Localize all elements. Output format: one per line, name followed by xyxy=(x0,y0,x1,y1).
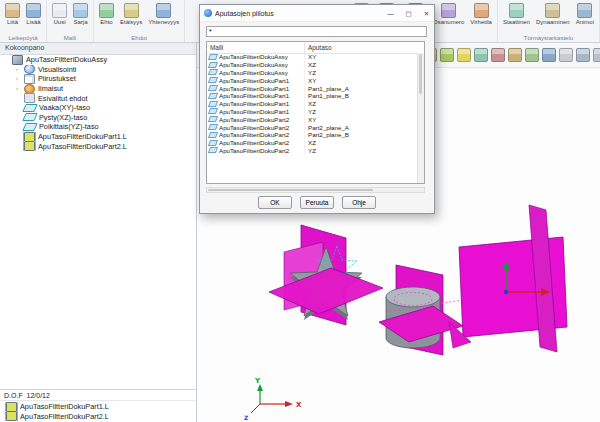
sensors-icon xyxy=(24,84,35,94)
vertical-scrollbar-thumb[interactable] xyxy=(419,54,422,94)
more-tools-icon[interactable] xyxy=(593,48,600,62)
plane-cell: Part1_plane_B xyxy=(305,92,349,99)
horizontal-scrollbar-thumb[interactable] xyxy=(208,189,373,191)
plane-cell: Part1_plane_A xyxy=(305,85,349,92)
plane-row[interactable]: ApuTasoFiltteriDokuPart1Part1_plane_B xyxy=(207,92,418,100)
plane-row[interactable]: ApuTasoFiltteriDokuPart2XY xyxy=(207,115,418,123)
coordinate-system-icon[interactable] xyxy=(457,48,471,62)
axis-y-label: Y xyxy=(254,377,261,385)
help-button[interactable]: Ohje xyxy=(342,196,376,209)
model-cell: ApuTasoFiltteriDokuAssy xyxy=(207,69,305,77)
sketch-visibility-icon[interactable] xyxy=(440,48,454,62)
model-name: ApuTasoFiltteriDokuPart2 xyxy=(219,124,289,131)
ribbon-group: UusiSarjaMalli xyxy=(47,0,94,42)
model-cell: ApuTasoFiltteriDokuPart1 xyxy=(207,108,305,116)
column-header-malli[interactable]: Malli xyxy=(207,42,305,53)
plane-row-icon xyxy=(208,77,218,83)
plane-row[interactable]: ApuTasoFiltteriDokuPart1XZ xyxy=(207,100,418,108)
distance-button[interactable]: Etäisyys xyxy=(118,2,144,26)
animate-button[interactable]: Animoi xyxy=(574,2,596,26)
pattern-icon xyxy=(73,3,88,18)
dialog-titlebar[interactable]: Aputasojen piilotus — ▢ ✕ xyxy=(200,5,434,22)
cancel-button[interactable]: Peruuta xyxy=(300,196,334,209)
model-cell: ApuTasoFiltteriDokuPart1 xyxy=(207,76,305,84)
tree-item-esivalitut-ehdot[interactable]: Esivalitut ehdot xyxy=(0,93,196,103)
window-layout-icon[interactable] xyxy=(559,48,573,62)
maximize-icon[interactable]: ▢ xyxy=(401,6,416,21)
plane-row[interactable]: ApuTasoFiltteriDokuPart1YZ xyxy=(207,108,418,116)
ribbon-button-label: Staattinen xyxy=(503,19,530,25)
add-part-button[interactable]: Lisää xyxy=(24,2,43,26)
minimize-icon[interactable]: — xyxy=(383,6,398,21)
plane-row[interactable]: ApuTasoFiltteriDokuPart2Part2_plane_A xyxy=(207,123,418,131)
part-icon xyxy=(6,402,17,412)
error-state-button[interactable]: Virhetila xyxy=(468,2,494,26)
plane-row[interactable]: ApuTasoFiltteriDokuAssyXY xyxy=(207,53,418,61)
new-icon xyxy=(52,3,67,18)
plane-row-icon xyxy=(208,93,218,99)
model-cell: ApuTasoFiltteriDokuPart2 xyxy=(207,147,305,155)
new-button[interactable]: Uusi xyxy=(50,2,69,26)
model-cell: ApuTasoFiltteriDokuPart2 xyxy=(207,123,305,131)
ribbon-group: EhtoEtäisyysYhtenevyysEhdot xyxy=(94,0,185,42)
tree-item-poikittais-yz-taso[interactable]: Poikittais(YZ)-taso xyxy=(0,122,196,132)
measure-icon[interactable] xyxy=(508,48,522,62)
column-header-aputaso[interactable]: Aputaso xyxy=(305,42,331,53)
horizontal-scrollbar[interactable] xyxy=(206,187,425,193)
tree-item-pysty-xz-taso[interactable]: Pysty(XZ)-taso xyxy=(0,113,196,123)
plane-row[interactable]: ApuTasoFiltteriDokuPart1XY xyxy=(207,76,418,84)
tree-item-vaaka-xy-taso[interactable]: Vaaka(XY)-taso xyxy=(0,103,196,113)
model-cell: ApuTasoFiltteriDokuAssy xyxy=(207,53,305,61)
plane-row[interactable]: ApuTasoFiltteriDokuPart2Part2_plane_B xyxy=(207,131,418,139)
model-cell: ApuTasoFiltteriDokuPart2 xyxy=(207,131,305,139)
plane-row-icon xyxy=(208,124,218,130)
plane-row[interactable]: ApuTasoFiltteriDokuAssyXZ xyxy=(207,61,418,69)
close-icon[interactable]: ✕ xyxy=(419,6,434,21)
tree-item-aputasofiltteridokupart2-l[interactable]: ApuTasoFiltteriDokuPart2.L xyxy=(0,141,196,151)
tree-item-aputasofiltteridokupart1-l[interactable]: ApuTasoFiltteriDokuPart1.L xyxy=(0,132,196,142)
coincidence-button[interactable]: Yhtenevyys xyxy=(146,2,181,26)
help-tool-icon[interactable] xyxy=(576,48,590,62)
animate-icon xyxy=(577,3,592,18)
part-number-button[interactable]: Osanumero xyxy=(431,2,466,26)
ribbon-group-label: Ehdot xyxy=(94,35,184,41)
ok-button[interactable]: OK xyxy=(258,196,292,209)
chevron-right-icon[interactable]: › xyxy=(16,84,21,93)
selected-part-item[interactable]: ApuTasoFiltteriDokuPart1.L xyxy=(0,402,196,412)
plane-row-icon xyxy=(208,147,218,153)
tree-item-aputasofiltteridokuassy[interactable]: ApuTasoFiltteriDokuAssy xyxy=(0,55,196,65)
axis-x-label: X xyxy=(296,401,302,409)
paste-button[interactable]: Liitä xyxy=(3,2,22,26)
appearance-icon[interactable] xyxy=(525,48,539,62)
add-part-icon xyxy=(26,3,41,18)
application-window: LiitäLisääLeikepöytäUusiSarjaMalliEhtoEt… xyxy=(0,0,600,422)
section-view-icon[interactable] xyxy=(491,48,505,62)
plane-row[interactable]: ApuTasoFiltteriDokuAssyYZ xyxy=(207,69,418,77)
plane-row-icon xyxy=(208,132,218,138)
plane-row[interactable]: ApuTasoFiltteriDokuPart2YZ xyxy=(207,147,418,155)
ribbon-button-label: Osanumero xyxy=(433,19,464,25)
relationship-button[interactable]: Ehto xyxy=(97,2,116,26)
vertical-scrollbar[interactable] xyxy=(417,53,424,183)
dynamic-check-button[interactable]: Dynaaminen xyxy=(534,2,572,26)
selected-part-item[interactable]: ApuTasoFiltteriDokuPart2.L xyxy=(0,411,196,421)
background-icon[interactable] xyxy=(542,48,556,62)
model-name: ApuTasoFiltteriDokuAssy xyxy=(219,69,288,76)
model-cell: ApuTasoFiltteriDokuPart2 xyxy=(207,115,305,123)
plane-row[interactable]: ApuTasoFiltteriDokuPart2XZ xyxy=(207,139,418,147)
chevron-right-icon[interactable]: › xyxy=(16,65,21,74)
panel-header: Kokoonpano xyxy=(0,42,196,55)
plane-list: Malli Aputaso ApuTasoFiltteriDokuAssyXYA… xyxy=(206,41,425,184)
pattern-button[interactable]: Sarja xyxy=(71,2,90,26)
plane-row[interactable]: ApuTasoFiltteriDokuPart1Part1_plane_A xyxy=(207,84,418,92)
chevron-right-icon[interactable]: › xyxy=(16,74,21,83)
filter-input[interactable] xyxy=(206,26,427,37)
tree-item-visualisointi[interactable]: ›Visualisointi xyxy=(0,65,196,75)
cylinder-top-face[interactable] xyxy=(386,287,440,307)
tree-item-piirustukset[interactable]: ›Piirustukset xyxy=(0,74,196,84)
static-check-button[interactable]: Staattinen xyxy=(501,2,532,26)
tree-item-ilmaisut[interactable]: ›Ilmaisut xyxy=(0,84,196,94)
ribbon-button-label: Uusi xyxy=(53,19,65,25)
assembly-icon xyxy=(12,55,23,65)
pmi-visibility-icon[interactable] xyxy=(474,48,488,62)
